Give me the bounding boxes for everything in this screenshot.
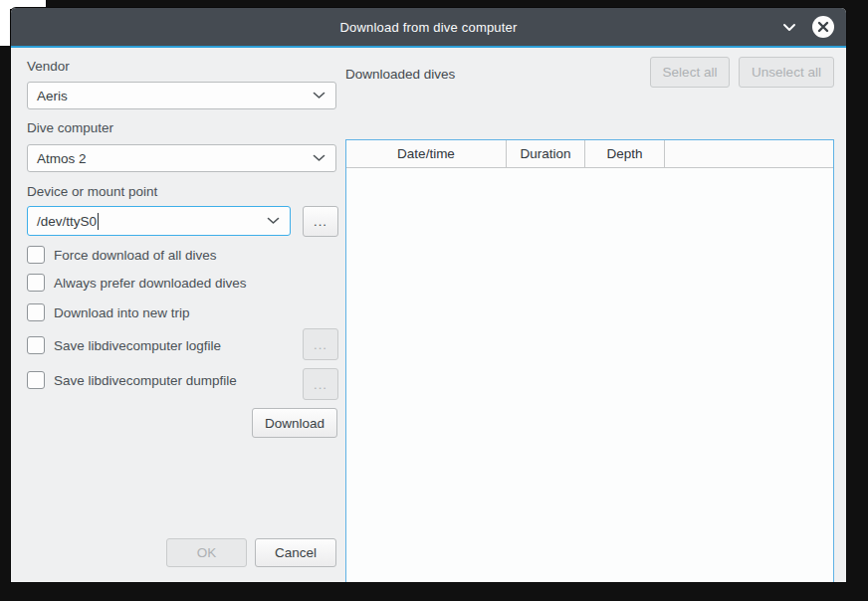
- window-menu-chevron-icon[interactable]: [780, 18, 798, 36]
- vendor-dropdown[interactable]: Aeris: [27, 82, 336, 109]
- window-title: Download from dive computer: [339, 20, 517, 35]
- save-logfile-checkbox-row[interactable]: Save libdivecomputer logfile: [27, 336, 221, 354]
- checkbox-label: Save libdivecomputer dumpfile: [54, 373, 237, 388]
- device-input[interactable]: /dev/ttyS0: [27, 206, 291, 236]
- checkbox-label: Force download of all dives: [54, 248, 217, 263]
- downloaded-dives-title: Downloaded dives: [345, 67, 455, 82]
- dumpfile-browse-button[interactable]: ...: [303, 368, 338, 400]
- column-header-duration[interactable]: Duration: [507, 140, 585, 167]
- cancel-button[interactable]: Cancel: [255, 538, 336, 567]
- chevron-down-icon: [267, 217, 280, 225]
- checkbox-icon[interactable]: [27, 336, 45, 354]
- dialog-content: Vendor Aeris Dive computer Atmos 2 Devic…: [11, 48, 846, 582]
- dive-computer-dropdown[interactable]: Atmos 2: [27, 144, 336, 172]
- download-button[interactable]: Download: [252, 408, 337, 438]
- dive-computer-label: Dive computer: [27, 120, 113, 135]
- titlebar-controls: [780, 8, 834, 46]
- checkbox-label: Download into new trip: [54, 305, 190, 320]
- ok-button[interactable]: OK: [166, 538, 247, 567]
- column-header-empty[interactable]: [665, 140, 833, 167]
- column-header-depth[interactable]: Depth: [585, 140, 665, 167]
- checkbox-label: Save libdivecomputer logfile: [54, 338, 221, 353]
- select-all-button[interactable]: Select all: [650, 57, 730, 88]
- checkbox-label: Always prefer downloaded dives: [54, 276, 247, 291]
- background-corner: [0, 0, 10, 46]
- column-header-datetime[interactable]: Date/time: [346, 140, 507, 167]
- vendor-label: Vendor: [27, 59, 70, 74]
- close-icon[interactable]: [812, 16, 834, 38]
- save-dumpfile-checkbox-row[interactable]: Save libdivecomputer dumpfile: [27, 371, 237, 389]
- table-body[interactable]: [346, 168, 833, 582]
- table-header-row: Date/time Duration Depth: [346, 140, 833, 168]
- downloaded-dives-table[interactable]: Date/time Duration Depth: [345, 139, 834, 582]
- device-label: Device or mount point: [27, 184, 157, 199]
- checkbox-icon[interactable]: [27, 303, 45, 321]
- logfile-browse-button[interactable]: ...: [303, 328, 338, 360]
- checkbox-icon[interactable]: [27, 246, 45, 264]
- new-trip-checkbox-row[interactable]: Download into new trip: [27, 303, 190, 321]
- force-download-checkbox-row[interactable]: Force download of all dives: [27, 246, 217, 264]
- checkbox-icon[interactable]: [27, 371, 45, 389]
- device-browse-button[interactable]: ...: [303, 206, 338, 237]
- dive-computer-value: Atmos 2: [37, 151, 87, 166]
- text-caret: [98, 213, 99, 230]
- unselect-all-button[interactable]: Unselect all: [739, 57, 834, 88]
- prefer-downloaded-checkbox-row[interactable]: Always prefer downloaded dives: [27, 274, 247, 292]
- vendor-value: Aeris: [37, 89, 68, 103]
- chevron-down-icon: [313, 92, 326, 100]
- chevron-down-icon: [313, 154, 326, 162]
- download-dialog: Download from dive computer Vendor Aeris…: [11, 8, 846, 582]
- checkbox-icon[interactable]: [27, 274, 45, 292]
- device-value: /dev/ttyS0: [37, 214, 97, 229]
- titlebar[interactable]: Download from dive computer: [11, 8, 846, 46]
